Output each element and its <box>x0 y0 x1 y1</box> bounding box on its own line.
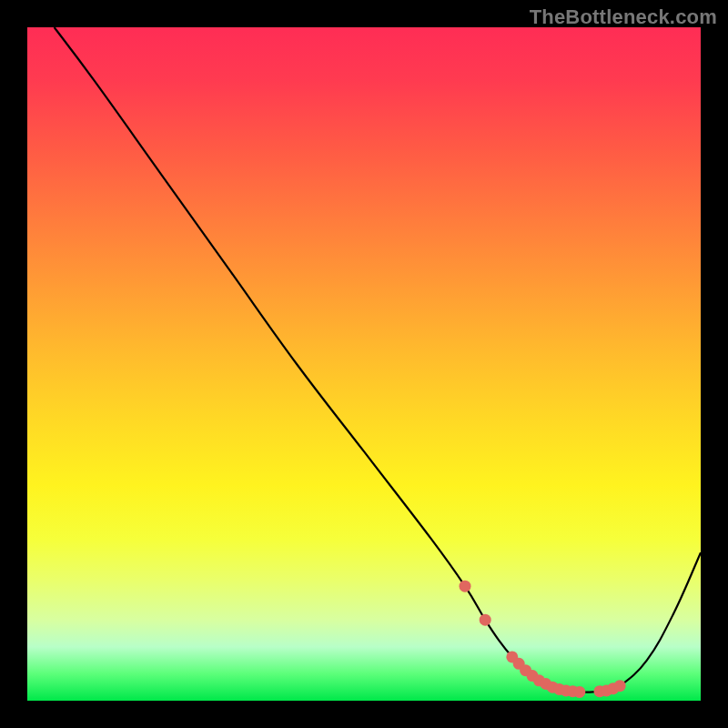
watermark-text: TheBottleneck.com <box>530 5 717 29</box>
plot-area <box>27 27 701 701</box>
marker-point <box>614 680 626 692</box>
marker-point <box>460 581 471 592</box>
chart-svg <box>27 27 701 701</box>
marker-point <box>480 614 491 626</box>
marker-point <box>573 686 585 698</box>
chart-root: TheBottleneck.com <box>0 0 728 728</box>
bottleneck-curve <box>55 27 701 693</box>
